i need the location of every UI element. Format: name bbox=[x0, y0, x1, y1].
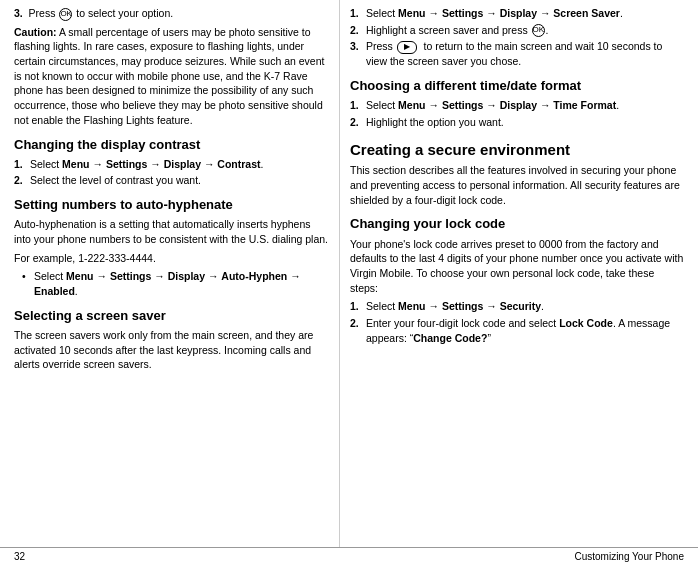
h2-heading: Setting numbers to auto-hyphenate bbox=[14, 196, 329, 214]
h2-example: For example, 1-222-333-4444. bbox=[14, 251, 329, 266]
h1-heading: Changing the display contrast bbox=[14, 136, 329, 154]
h6-step2-num: 2. bbox=[350, 316, 364, 331]
end-icon: ▶ bbox=[397, 41, 417, 54]
r-step1-text: Select Menu → Settings → Display → Scree… bbox=[366, 6, 684, 21]
h1-step1-num: 1. bbox=[14, 157, 28, 172]
h3-heading: Selecting a screen saver bbox=[14, 307, 329, 325]
h6-step1: 1. Select Menu → Settings → Security. bbox=[350, 299, 684, 314]
h6-heading: Changing your lock code bbox=[350, 215, 684, 233]
h4-step1-num: 1. bbox=[350, 98, 364, 113]
h1-step2-num: 2. bbox=[14, 173, 28, 188]
r-step3-num: 3. bbox=[350, 39, 364, 54]
h6-step2: 2. Enter your four-digit lock code and s… bbox=[350, 316, 684, 345]
h5-para: This section describes all the features … bbox=[350, 163, 684, 207]
r-step2-text: Highlight a screen saver and press OK. bbox=[366, 23, 684, 38]
ok-icon: OK bbox=[59, 8, 72, 21]
ok-icon-2: OK bbox=[532, 24, 545, 37]
h1-steps: 1. Select Menu → Settings → Display → Co… bbox=[14, 157, 329, 188]
screensaver-steps: 1. Select Menu → Settings → Display → Sc… bbox=[350, 6, 684, 69]
h6-step1-text: Select Menu → Settings → Security. bbox=[366, 299, 684, 314]
step3-line: 3. Press OK to select your option. bbox=[14, 6, 329, 21]
step3-press-text: Press bbox=[29, 7, 56, 19]
caution-label: Caution: bbox=[14, 26, 57, 38]
h1-step1-text: Select Menu → Settings → Display → Contr… bbox=[30, 157, 329, 172]
r-step3-text: Press ▶ to return to the main screen and… bbox=[366, 39, 684, 68]
h4-step1-text: Select Menu → Settings → Display → Time … bbox=[366, 98, 684, 113]
r-step3: 3. Press ▶ to return to the main screen … bbox=[350, 39, 684, 68]
lockcode-steps: 1. Select Menu → Settings → Security. 2.… bbox=[350, 299, 684, 345]
h2-bullets: • Select Menu → Settings → Display → Aut… bbox=[22, 269, 329, 298]
h4-heading: Choosing a different time/date format bbox=[350, 77, 684, 95]
step3-num: 3. bbox=[14, 7, 23, 19]
h2-para1: Auto-hyphenation is a setting that autom… bbox=[14, 217, 329, 246]
step3-suffix: to select your option. bbox=[76, 7, 173, 19]
h4-step2: 2. Highlight the option you want. bbox=[350, 115, 684, 130]
h1-step1: 1. Select Menu → Settings → Display → Co… bbox=[14, 157, 329, 172]
h6-para: Your phone's lock code arrives preset to… bbox=[350, 237, 684, 296]
footer-page-number: 32 bbox=[14, 551, 25, 562]
h6-step2-text: Enter your four-digit lock code and sele… bbox=[366, 316, 684, 345]
left-column: 3. Press OK to select your option. Cauti… bbox=[0, 0, 340, 547]
bullet-dot: • bbox=[22, 269, 32, 284]
h2-bullet1-text: Select Menu → Settings → Display → Auto-… bbox=[34, 269, 329, 298]
h1-step2-text: Select the level of contrast you want. bbox=[30, 173, 329, 188]
h4-step2-text: Highlight the option you want. bbox=[366, 115, 684, 130]
h6-step1-num: 1. bbox=[350, 299, 364, 314]
right-column: 1. Select Menu → Settings → Display → Sc… bbox=[340, 0, 698, 547]
r-step1: 1. Select Menu → Settings → Display → Sc… bbox=[350, 6, 684, 21]
r-step2-num: 2. bbox=[350, 23, 364, 38]
h4-step1: 1. Select Menu → Settings → Display → Ti… bbox=[350, 98, 684, 113]
footer-bar: 32 Customizing Your Phone bbox=[0, 547, 698, 565]
caution-text: A small percentage of users may be photo… bbox=[14, 26, 324, 126]
h2-bullet1: • Select Menu → Settings → Display → Aut… bbox=[22, 269, 329, 298]
caution-paragraph: Caution: A small percentage of users may… bbox=[14, 25, 329, 128]
r-step1-num: 1. bbox=[350, 6, 364, 21]
h5-heading: Creating a secure environment bbox=[350, 139, 684, 160]
timeformat-steps: 1. Select Menu → Settings → Display → Ti… bbox=[350, 98, 684, 129]
r-step2: 2. Highlight a screen saver and press OK… bbox=[350, 23, 684, 38]
footer-title: Customizing Your Phone bbox=[574, 551, 684, 562]
h4-step2-num: 2. bbox=[350, 115, 364, 130]
h1-step2: 2. Select the level of contrast you want… bbox=[14, 173, 329, 188]
h3-para: The screen savers work only from the mai… bbox=[14, 328, 329, 372]
